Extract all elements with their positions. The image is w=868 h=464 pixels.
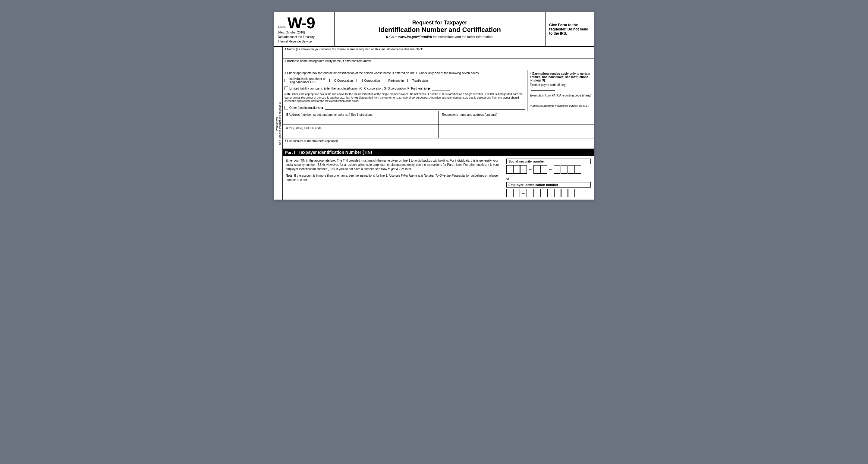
field6-input[interactable] bbox=[284, 130, 436, 136]
field6-left: 6 City, state, and ZIP code bbox=[283, 125, 438, 138]
ein-box-9[interactable] bbox=[568, 189, 575, 197]
field5-row: 5 Address (number, street, and apt. or s… bbox=[283, 111, 594, 125]
checkbox-trust[interactable]: Trust/estate bbox=[407, 79, 428, 82]
form-rev: (Rev. October 2018) bbox=[278, 31, 330, 34]
fatca-line: Exemption from FATCA reporting code (if … bbox=[530, 94, 591, 102]
part1-note: Note: If the account is in more than one… bbox=[286, 174, 500, 182]
form-fields: 1 Name (as shown on your income tax retu… bbox=[283, 47, 594, 199]
header-center: Request for Taxpayer Identification Numb… bbox=[335, 12, 546, 46]
ssn-box-7[interactable] bbox=[561, 165, 567, 174]
section4-exemptions: 4 Exemptions (codes apply only to certai… bbox=[527, 70, 594, 111]
part1-tin-section: Social security number – bbox=[503, 156, 594, 199]
field2-label: 2 Business name/disregarded entity name,… bbox=[283, 59, 594, 63]
header-url: ▶ Go to www.irs.gov/FormW9 for instructi… bbox=[386, 35, 494, 39]
field5-left: 5 Address (number, street, and apt. or s… bbox=[283, 111, 438, 125]
ein-box-6[interactable] bbox=[547, 189, 554, 197]
ssn-box-3[interactable] bbox=[520, 165, 527, 174]
ein-box-5[interactable] bbox=[540, 189, 547, 197]
checkbox-trust-label: Trust/estate bbox=[412, 79, 428, 82]
part1-title: Taxpayer Identification Number (TIN) bbox=[299, 150, 372, 155]
requester-label: Requester's name and address (optional) bbox=[440, 112, 592, 116]
other-row: Other (see instructions) ▶ bbox=[283, 104, 527, 111]
llc-input[interactable] bbox=[432, 86, 450, 90]
checkbox-scorp-box[interactable] bbox=[356, 79, 360, 82]
checkbox-partnership[interactable]: Partnership bbox=[384, 79, 404, 82]
checkbox-other-box[interactable] bbox=[284, 106, 288, 110]
field1-input[interactable] bbox=[283, 51, 594, 58]
ssn-box-9[interactable] bbox=[575, 165, 581, 174]
ssn-box-6[interactable] bbox=[554, 165, 560, 174]
part1-body: Enter your TIN in the appropriate box. T… bbox=[283, 156, 594, 199]
header-right: Give Form to the requester. Do not send … bbox=[546, 12, 594, 46]
exempt-payee-input[interactable] bbox=[531, 87, 555, 91]
fatca-input[interactable] bbox=[531, 97, 555, 101]
checkbox-partnership-box[interactable] bbox=[384, 79, 387, 82]
field6-row: 6 City, state, and ZIP code bbox=[283, 125, 594, 138]
ein-box-1[interactable] bbox=[506, 189, 513, 197]
fatca-note: (Applies to accounts maintained outside … bbox=[530, 104, 591, 107]
form-dept1: Department of the Treasury bbox=[278, 35, 330, 39]
side-label-text: Print or type. See Specific Instructions… bbox=[276, 102, 281, 145]
ssn-box-2[interactable] bbox=[513, 165, 520, 174]
header-title: Request for Taxpayer bbox=[412, 20, 467, 26]
exempt-payee-line: Exempt payee code (if any) bbox=[530, 83, 591, 91]
field1-row: 1 Name (as shown on your income tax retu… bbox=[283, 47, 594, 59]
header-subtitle: Identification Number and Certification bbox=[378, 26, 501, 34]
ssn-dash1: – bbox=[528, 166, 532, 173]
checkbox-individual-box[interactable] bbox=[284, 79, 288, 82]
requester-input[interactable] bbox=[440, 116, 592, 122]
checkbox-llc-box[interactable] bbox=[284, 87, 288, 90]
checkboxes-row: Individual/sole proprietor orsingle-memb… bbox=[283, 76, 527, 85]
ssn-group2 bbox=[533, 165, 547, 174]
field7-input[interactable] bbox=[284, 143, 592, 148]
checkbox-ccorp-label: C Corporation bbox=[334, 79, 353, 82]
section3-left: 3 Check appropriate box for federal tax … bbox=[283, 70, 527, 111]
checkbox-scorp[interactable]: S Corporation bbox=[356, 79, 380, 82]
ein-box-7[interactable] bbox=[554, 189, 561, 197]
checkbox-trust-box[interactable] bbox=[407, 79, 411, 82]
field5-label: 5 Address (number, street, and apt. or s… bbox=[284, 112, 436, 116]
ssn-box-1[interactable] bbox=[506, 165, 513, 174]
form-dept2: Internal Revenue Service bbox=[278, 40, 330, 43]
field4-label: 4 Exemptions (codes apply only to certai… bbox=[530, 72, 591, 82]
other-label: Other (see instructions) ▶ bbox=[289, 106, 324, 110]
form-number: W-9 bbox=[287, 15, 315, 31]
field6-right bbox=[438, 125, 594, 138]
ssn-group3 bbox=[554, 165, 581, 174]
part1-label: Part I bbox=[285, 150, 295, 155]
ein-boxes: – bbox=[506, 189, 591, 197]
field6-label: 6 City, state, and ZIP code bbox=[284, 126, 436, 130]
ein-box-2[interactable] bbox=[513, 189, 520, 197]
ssn-section: Social security number – bbox=[506, 159, 591, 174]
llc-note: Note: Check the appropriate box in the l… bbox=[283, 92, 527, 104]
checkbox-individual[interactable]: Individual/sole proprietor orsingle-memb… bbox=[284, 77, 326, 84]
ein-dash: – bbox=[521, 190, 525, 196]
other-input[interactable] bbox=[325, 105, 525, 110]
checkbox-ccorp-box[interactable] bbox=[330, 79, 333, 82]
ein-group2 bbox=[527, 189, 575, 197]
ein-box-8[interactable] bbox=[561, 189, 568, 197]
part1-header: Part I Taxpayer Identification Number (T… bbox=[283, 149, 594, 156]
checkbox-ccorp[interactable]: C Corporation bbox=[330, 79, 353, 82]
ssn-box-5[interactable] bbox=[540, 165, 547, 174]
ein-section: Employer identification number – bbox=[506, 182, 591, 197]
ein-group1 bbox=[506, 189, 520, 197]
field5-input[interactable] bbox=[284, 116, 436, 122]
ssn-boxes: – – bbox=[506, 165, 591, 174]
ein-box-4[interactable] bbox=[533, 189, 540, 197]
field1-label: 1 Name (as shown on your income tax retu… bbox=[283, 47, 594, 51]
ein-label: Employer identification number bbox=[506, 182, 591, 188]
checkbox-scorp-label: S Corporation bbox=[361, 79, 380, 82]
llc-row: Limited liability company. Enter the tax… bbox=[283, 85, 527, 92]
ssn-group1 bbox=[506, 165, 527, 174]
field3-label: 3 Check appropriate box for federal tax … bbox=[283, 70, 527, 76]
ssn-label: Social security number bbox=[506, 159, 591, 164]
ein-box-3[interactable] bbox=[527, 189, 533, 197]
checkbox-partnership-label: Partnership bbox=[389, 79, 404, 82]
llc-label: Limited liability company. Enter the tax… bbox=[289, 87, 431, 90]
ssn-box-4[interactable] bbox=[533, 165, 540, 174]
side-label: Print or type. See Specific Instructions… bbox=[274, 47, 283, 199]
form-header: Form W-9 (Rev. October 2018) Department … bbox=[274, 12, 594, 47]
ssn-box-8[interactable] bbox=[567, 165, 574, 174]
field2-input[interactable] bbox=[283, 63, 594, 70]
